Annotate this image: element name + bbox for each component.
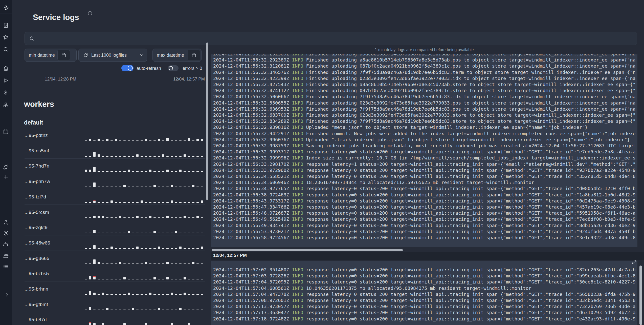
- worker-row[interactable]: ...95-brhnn: [25, 282, 205, 297]
- log-line: 2024-12-04T11:57:18.972482Z INFO respons…: [213, 316, 637, 322]
- building-icon[interactable]: [3, 22, 9, 28]
- spark-bar: [85, 187, 87, 187]
- search-input[interactable]: [37, 36, 637, 42]
- max-datetime-label: max datetime: [157, 53, 188, 58]
- worker-row[interactable]: ...95-bzbs5: [25, 266, 205, 281]
- spark-bar: [106, 187, 108, 187]
- spark-bar: [132, 308, 134, 310]
- log-line: 2024-12-04T11:56:32.292389Z INFO Finishe…: [213, 54, 637, 57]
- left-panel-scrollbar[interactable]: [206, 43, 208, 200]
- worker-row[interactable]: ...95-48w66: [25, 236, 205, 251]
- refresh-logfiles-button[interactable]: Last 1000 logfiles: [79, 53, 136, 58]
- spark-bar: [192, 140, 194, 141]
- expand-icon[interactable]: [632, 260, 637, 265]
- play-icon[interactable]: [3, 77, 9, 84]
- log-level: INFO: [292, 229, 303, 234]
- log-block[interactable]: 2024-12-04T11:57:02.351480Z INFO respons…: [211, 261, 637, 325]
- worker-row[interactable]: ...95-7hd7n: [25, 159, 205, 174]
- spark-bar: [102, 140, 104, 141]
- spark-bar: [153, 263, 156, 264]
- spark-bar: [171, 171, 173, 172]
- log-horizontal-scrollbar[interactable]: [212, 249, 403, 251]
- dollar-icon[interactable]: [3, 90, 9, 96]
- worker-row[interactable]: ...95-pdtnz: [25, 128, 205, 143]
- worker-row[interactable]: ...95-b87rl: [25, 312, 205, 325]
- worker-name: ...95-48w66: [25, 240, 50, 246]
- log-timestamp: 2024-12-04T11:57:17.363047Z: [213, 310, 292, 315]
- spark-bar: [201, 279, 203, 279]
- spark-bar: [171, 293, 173, 295]
- boxes-icon[interactable]: [3, 102, 9, 108]
- spark-bar: [89, 307, 91, 310]
- search-icon[interactable]: [3, 46, 9, 52]
- spark-bar: [145, 279, 147, 279]
- spark-bar: [89, 276, 91, 279]
- worker-list: ...95-pdtnz...95-ns5mf...95-7hd7n...95-p…: [0, 128, 210, 325]
- min-datetime-input[interactable]: min datetime: [25, 49, 77, 62]
- spark-bar: [158, 308, 160, 310]
- worker-row[interactable]: ...95-tzl7d: [25, 190, 205, 205]
- log-line: 2024-12-04T11:56:32.422399Z INFO Finishe…: [213, 75, 637, 82]
- auto-refresh-toggle[interactable]: [121, 65, 134, 71]
- max-datetime-input[interactable]: max datetime: [152, 49, 202, 62]
- spark-bar: [201, 156, 203, 157]
- spark-bar: [201, 139, 203, 141]
- spark-bar: [141, 140, 143, 141]
- calendar-icon[interactable]: [57, 50, 70, 61]
- spark-bar: [93, 323, 96, 325]
- log-line: 2024-12-04T11:56:47.334766Z INFO respons…: [213, 204, 637, 210]
- spark-bar: [166, 262, 169, 264]
- spark-bar: [110, 263, 113, 264]
- worker-row[interactable]: ...95-zqkt9: [25, 220, 205, 235]
- errors-filter-toggle[interactable]: [168, 65, 179, 71]
- spark-bar: [102, 171, 104, 172]
- spark-bar: [85, 156, 87, 157]
- star-icon[interactable]: [3, 34, 9, 40]
- spark-bar: [145, 217, 147, 218]
- spark-bar: [136, 202, 139, 203]
- logfiles-selector: Last 1000 logfiles: [78, 49, 147, 62]
- spark-bar: [153, 277, 156, 279]
- worker-row[interactable]: ...95-5rcsm: [25, 205, 205, 220]
- worker-row[interactable]: ...95-gfbmf: [25, 297, 205, 312]
- log-timestamp: 2024-12-04T11:57:04.947378Z: [213, 292, 292, 297]
- log-line: 2024-12-04T11:56:49.934741Z INFO respons…: [213, 222, 637, 229]
- log-vertical-scrollbar[interactable]: [639, 266, 642, 325]
- calendar-icon[interactable]: [188, 50, 200, 61]
- spark-bar: [149, 279, 151, 279]
- spark-bar: [85, 248, 87, 249]
- worker-activity-sparkline: [85, 197, 203, 203]
- worker-row[interactable]: ...95-phh7w: [25, 174, 205, 189]
- log-block[interactable]: 2024-12-04T11:56:32.292389Z INFO Finishe…: [211, 54, 637, 247]
- worker-row[interactable]: ...95-ns5mf: [25, 144, 205, 159]
- spark-bar: [85, 310, 87, 310]
- log-level: INFO: [292, 70, 303, 75]
- search-box: [25, 32, 637, 45]
- spark-bar: [145, 323, 147, 325]
- log-message: Finished uploading 087bf0c2aca04921bb096…: [303, 88, 635, 93]
- spark-bar: [196, 156, 199, 157]
- spark-bar: [171, 310, 173, 310]
- spark-bar: [115, 156, 117, 157]
- home-icon[interactable]: [3, 65, 9, 71]
- log-line: 2024-12-04T11:57:03.972826Z INFO respons…: [213, 273, 637, 279]
- spark-bar: [136, 154, 139, 157]
- spark-bar: [136, 233, 139, 233]
- spark-bar: [149, 187, 151, 187]
- windmill-logo[interactable]: [3, 5, 9, 11]
- log-level: INFO: [292, 88, 303, 93]
- log-section-time: 12/04, 12:57 PM: [213, 253, 247, 258]
- log-timestamp: 2024-12-04T11:56:32.999996Z: [213, 155, 292, 160]
- spark-bar: [149, 263, 151, 264]
- log-line: 2024-12-04T11:56:38.972463Z INFO respons…: [213, 192, 637, 198]
- log-line: 2024-12-04T11:57:04.608561Z INFO 18.0463…: [213, 285, 637, 291]
- spark-bar: [98, 279, 100, 279]
- worker-row[interactable]: ...95-g8665: [25, 251, 205, 266]
- spark-bar: [119, 248, 121, 249]
- info-icon[interactable]: [87, 11, 93, 16]
- spark-bar: [188, 263, 190, 264]
- logfiles-dropdown-button[interactable]: [136, 49, 147, 62]
- spark-bar: [171, 185, 173, 187]
- log-timestamp: 2024-12-04T11:57:08.972601Z: [213, 298, 292, 303]
- log-timestamp: 2024-12-04T11:56:32.636953Z: [213, 106, 292, 112]
